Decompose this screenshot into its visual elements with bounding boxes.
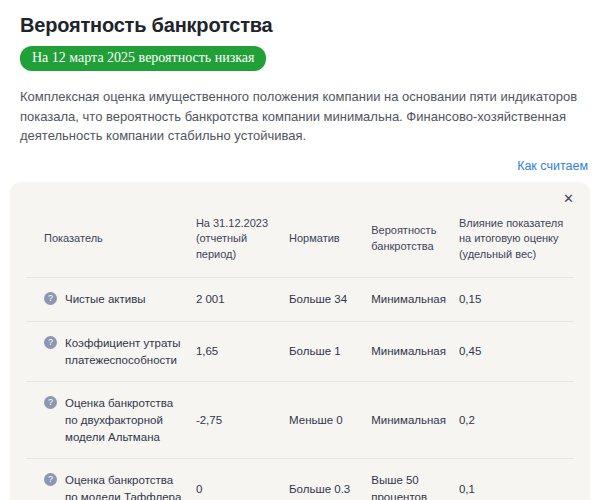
page-title: Вероятность банкротства <box>20 14 580 37</box>
how-link-row: Как считаем <box>10 156 590 174</box>
col-header-weight: Влияние показателя на итоговую оценку (у… <box>459 212 574 278</box>
norm-cell: Больше 1 <box>289 321 371 381</box>
probability-cell: Минимальная <box>371 278 459 322</box>
indicator-cell: ? Коэффициент утраты платежеспособности <box>44 335 186 368</box>
weight-cell: 0,45 <box>459 321 574 381</box>
indicator-label: Чистые активы <box>65 291 146 308</box>
indicator-label: Оценка банкротства по модели Таффлера <box>65 472 186 500</box>
probability-cell: Выше 50 процентов <box>371 459 459 500</box>
col-header-probability: Вероятность банкротства <box>371 212 459 278</box>
indicator-label: Оценка банкротства по двухфакторной моде… <box>65 395 186 445</box>
col-header-norm: Норматив <box>289 212 371 278</box>
table-header-row: Показатель На 31.12.2023 (отчетный перио… <box>26 212 574 278</box>
help-icon[interactable]: ? <box>44 292 57 305</box>
value-cell: 0 <box>196 459 289 500</box>
probability-cell: Минимальная <box>371 321 459 381</box>
indicator-label: Коэффициент утраты платежеспособности <box>65 335 186 368</box>
norm-cell: Больше 34 <box>289 278 371 322</box>
probability-cell: Минимальная <box>371 382 459 459</box>
table-row: ? Коэффициент утраты платежеспособности … <box>26 321 574 381</box>
help-icon[interactable]: ? <box>44 473 57 486</box>
table-row: ? Чистые активы 2 001 Больше 34 Минималь… <box>26 278 574 322</box>
help-icon[interactable]: ? <box>44 396 57 409</box>
bankruptcy-probability-page: Вероятность банкротства На 12 марта 2025… <box>0 0 600 500</box>
indicator-cell: ? Чистые активы <box>44 291 186 308</box>
value-cell: 1,65 <box>196 321 289 381</box>
weight-cell: 0,2 <box>459 382 574 459</box>
col-header-period: На 31.12.2023 (отчетный период) <box>196 212 289 278</box>
indicator-cell: ? Оценка банкротства по двухфакторной мо… <box>44 395 186 445</box>
indicator-cell: ? Оценка банкротства по модели Таффлера <box>44 472 186 500</box>
header-block: Вероятность банкротства На 12 марта 2025… <box>10 12 590 146</box>
norm-cell: Меньше 0 <box>289 382 371 459</box>
status-badge: На 12 марта 2025 вероятность низкая <box>20 46 266 71</box>
close-icon[interactable]: ✕ <box>561 190 576 207</box>
summary-text: Комплексная оценка имущественного положе… <box>20 87 580 146</box>
table-row: ? Оценка банкротства по двухфакторной мо… <box>26 382 574 459</box>
table-row: ? Оценка банкротства по модели Таффлера … <box>26 459 574 500</box>
indicators-card: ✕ Показатель На 31.12.2023 (отчетный пер… <box>10 182 590 500</box>
value-cell: 2 001 <box>196 278 289 322</box>
col-header-indicator: Показатель <box>26 212 196 278</box>
norm-cell: Больше 0.3 <box>289 459 371 500</box>
indicators-table: Показатель На 31.12.2023 (отчетный перио… <box>26 212 574 500</box>
value-cell: -2,75 <box>196 382 289 459</box>
weight-cell: 0,15 <box>459 278 574 322</box>
weight-cell: 0,1 <box>459 459 574 500</box>
how-calculated-link[interactable]: Как считаем <box>517 159 588 173</box>
help-icon[interactable]: ? <box>44 336 57 349</box>
